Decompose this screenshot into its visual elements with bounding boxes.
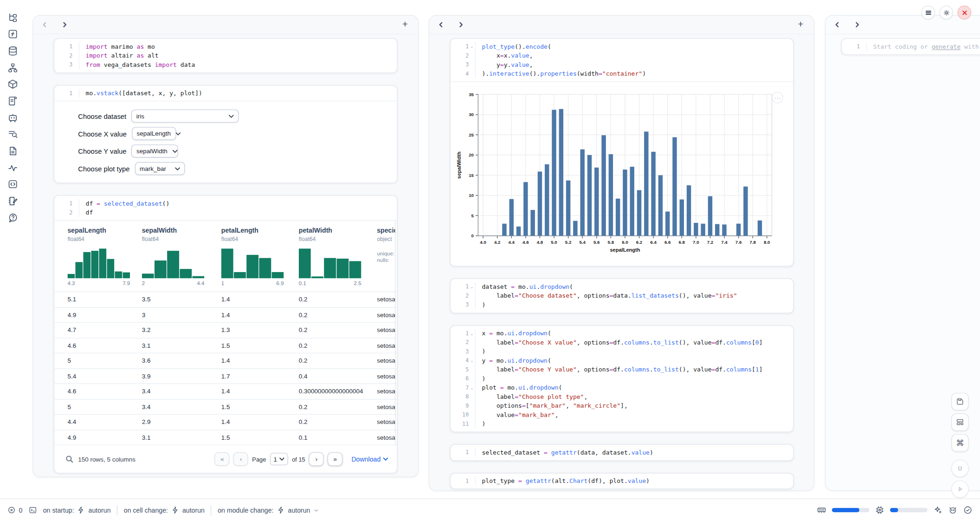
table-row[interactable]: 4.63.41.40.30000000000000004setosa bbox=[54, 384, 397, 399]
column-prev-button[interactable] bbox=[832, 20, 842, 30]
code-line[interactable]: 7⌄plot = mo.ui.dropdown( bbox=[454, 383, 788, 392]
code-text[interactable]: plot = mo.ui.dropdown( bbox=[482, 384, 562, 391]
table-row[interactable]: 5.13.51.40.2setosa bbox=[54, 292, 397, 307]
code-text[interactable]: label="Choose dataset", options=data.lis… bbox=[482, 292, 737, 299]
table-column-header[interactable]: petalWidthfloat640.12.5 bbox=[299, 227, 377, 287]
code-text[interactable]: ) bbox=[482, 348, 485, 355]
column-name[interactable]: sepalLength bbox=[67, 227, 142, 234]
code-text[interactable]: ) bbox=[482, 420, 485, 427]
code-line[interactable]: 1selected_dataset = getattr(data, datase… bbox=[454, 448, 788, 457]
table-column-header[interactable]: sepalLengthfloat644.37.9 bbox=[67, 227, 142, 287]
sidebar-item-org-chart[interactable] bbox=[3, 60, 22, 75]
table-scroll-divider[interactable] bbox=[395, 221, 395, 444]
code-text[interactable]: ) bbox=[482, 301, 485, 308]
terminal-button[interactable] bbox=[29, 506, 37, 514]
sidebar-item-chat-bot[interactable] bbox=[3, 110, 22, 125]
page-number-select[interactable]: 1 bbox=[270, 453, 288, 465]
stop-button[interactable] bbox=[951, 460, 969, 477]
next-page-button[interactable]: › bbox=[309, 452, 324, 466]
code-text[interactable]: from vega_datasets import data bbox=[86, 61, 195, 68]
table-column-header[interactable]: petalLengthfloat6416.9 bbox=[221, 227, 299, 287]
sidebar-item-file-tree[interactable] bbox=[3, 10, 22, 25]
add-cell-button[interactable]: + bbox=[400, 19, 411, 30]
code-line[interactable]: 1plot_type = getattr(alt.Chart(df), plot… bbox=[454, 476, 788, 486]
code-text[interactable]: import marimo as mo bbox=[86, 43, 155, 50]
table-row[interactable]: 4.93.11.50.1setosa bbox=[54, 430, 397, 445]
code-text[interactable]: ) bbox=[482, 375, 485, 382]
code-text[interactable]: options=["mark_bar", "mark_circle"], bbox=[482, 402, 627, 409]
memory-indicator[interactable] bbox=[817, 505, 826, 514]
dropdown-select[interactable]: mark_bar bbox=[135, 162, 185, 175]
code-line[interactable]: 10 value="mark_bar", bbox=[454, 410, 788, 420]
table-row[interactable]: 5.43.91.70.4setosa bbox=[54, 368, 397, 384]
dropdown-select[interactable]: sepalLength bbox=[132, 127, 176, 140]
runtime-on-cell-change[interactable]: on cell change: autorun bbox=[124, 506, 205, 514]
code-text[interactable]: plot_type().encode( bbox=[482, 43, 551, 50]
fold-chevron-icon[interactable]: ⌄ bbox=[469, 385, 475, 390]
table-row[interactable]: 4.63.11.50.2setosa bbox=[54, 338, 397, 353]
fold-chevron-icon[interactable]: ⌄ bbox=[469, 331, 475, 336]
code-text[interactable]: df bbox=[86, 209, 93, 216]
chart-menu-button[interactable]: ⋯ bbox=[772, 92, 783, 103]
code-line[interactable]: 2import altair as alt bbox=[58, 51, 392, 60]
code-line[interactable]: 5 label="Choose Y value", options=df.col… bbox=[454, 365, 788, 374]
code-text[interactable]: value="mark_bar", bbox=[482, 411, 558, 418]
editor-placeholder[interactable]: Start coding or generate with bbox=[873, 43, 979, 50]
table-column-header[interactable]: sepalWidthfloat6424.4 bbox=[142, 227, 221, 287]
column-next-button[interactable] bbox=[852, 20, 862, 30]
code-line[interactable]: 2 label="Choose dataset", options=data.l… bbox=[454, 291, 788, 300]
code-line[interactable]: 1⌄dataset = mo.ui.dropdown( bbox=[454, 282, 788, 291]
sidebar-item-function-square[interactable] bbox=[3, 26, 22, 41]
sidebar-item-script-scroll[interactable] bbox=[3, 93, 22, 108]
sidebar-item-help-bubble[interactable] bbox=[3, 210, 22, 225]
code-text[interactable]: label="Choose X value", options=df.colum… bbox=[482, 339, 762, 346]
code-text[interactable]: plot_type = getattr(alt.Chart(df), plot.… bbox=[482, 477, 649, 484]
column-name[interactable]: species bbox=[377, 227, 395, 234]
code-line[interactable]: 2 label="Choose X value", options=df.col… bbox=[454, 338, 788, 347]
fold-chevron-icon[interactable]: ⌄ bbox=[469, 44, 475, 49]
sidebar-item-package-cube[interactable] bbox=[3, 77, 22, 91]
code-text[interactable]: dataset = mo.ui.dropdown( bbox=[482, 283, 573, 290]
code-text[interactable]: y = mo.ui.dropdown( bbox=[482, 357, 551, 364]
layout-button[interactable] bbox=[951, 413, 969, 431]
table-row[interactable]: 53.61.40.2setosa bbox=[54, 353, 397, 368]
keyboard-shortcuts-button[interactable]: ⌘ bbox=[951, 434, 969, 452]
code-line[interactable]: 1⌄plot_type().encode( bbox=[454, 42, 788, 51]
code-line[interactable]: 4).interactive().properties(width="conta… bbox=[454, 69, 788, 78]
menu-button[interactable] bbox=[921, 6, 935, 20]
download-button[interactable]: Download bbox=[351, 456, 388, 463]
code-line[interactable]: 11) bbox=[454, 419, 788, 429]
code-line[interactable]: 1mo.vstack([dataset, x, y, plot]) bbox=[58, 89, 392, 98]
column-name[interactable]: sepalWidth bbox=[142, 227, 221, 234]
code-line[interactable]: 1 Start coding or generate with bbox=[845, 42, 980, 51]
column-prev-button[interactable] bbox=[39, 20, 50, 30]
ai-assistant-button[interactable] bbox=[933, 505, 942, 514]
code-text[interactable]: mo.vstack([dataset, x, y, plot]) bbox=[86, 90, 202, 97]
error-indicator[interactable]: 0 bbox=[7, 506, 22, 514]
code-line[interactable]: 3 y=y.value, bbox=[454, 60, 788, 69]
table-column-header[interactable]: speciesobjectunique:nulls: bbox=[377, 227, 395, 287]
code-line[interactable]: 1⌄x = mo.ui.dropdown( bbox=[454, 329, 788, 338]
sidebar-item-notebook-edit[interactable] bbox=[3, 194, 22, 208]
sidebar-item-code-snippet[interactable] bbox=[3, 177, 22, 192]
code-text[interactable]: import altair as alt bbox=[86, 52, 159, 59]
code-text[interactable]: ).interactive().properties(width="contai… bbox=[482, 70, 646, 77]
connection-status-button[interactable] bbox=[963, 505, 973, 514]
code-line[interactable]: 4⌄y = mo.ui.dropdown( bbox=[454, 356, 788, 365]
fold-chevron-icon[interactable]: ⌄ bbox=[469, 358, 475, 363]
code-text[interactable]: y=y.value, bbox=[482, 61, 533, 68]
sidebar-item-document-page[interactable] bbox=[3, 143, 22, 158]
bar-chart[interactable]: 051015202530354.04.24.44.64.85.05.25.45.… bbox=[454, 86, 793, 262]
code-line[interactable]: 3from vega_datasets import data bbox=[58, 60, 392, 69]
settings-button[interactable] bbox=[939, 6, 953, 20]
code-line[interactable]: 3) bbox=[454, 300, 788, 310]
code-line[interactable]: 1df = selected_dataset() bbox=[58, 199, 392, 208]
code-text[interactable]: x=x.value, bbox=[482, 52, 533, 59]
add-cell-button[interactable]: + bbox=[795, 19, 806, 30]
last-page-button[interactable]: » bbox=[328, 452, 342, 466]
dropdown-select[interactable]: iris bbox=[131, 110, 239, 123]
cpu-indicator[interactable] bbox=[875, 505, 884, 514]
table-row[interactable]: 4.931.40.2setosa bbox=[54, 307, 397, 322]
copilot-button[interactable] bbox=[948, 505, 957, 514]
code-text[interactable]: label="Choose Y value", options=df.colum… bbox=[482, 366, 762, 373]
